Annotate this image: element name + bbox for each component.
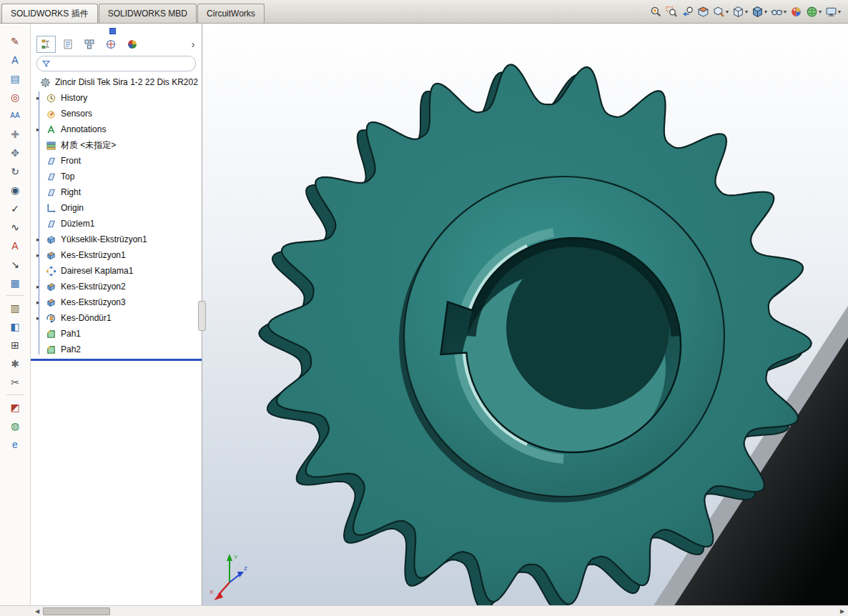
trim-scissors-icon[interactable]: ✂ xyxy=(6,373,24,392)
rollback-bar[interactable] xyxy=(31,359,202,361)
chevron-down-icon[interactable]: ▾ xyxy=(819,9,822,15)
expand-arrow-icon[interactable]: ▸ xyxy=(36,283,46,290)
scroll-left-icon[interactable]: ◀ xyxy=(31,608,43,615)
toolbar-separator xyxy=(6,394,24,395)
3d-viewport[interactable]: Y Z X xyxy=(202,24,848,606)
cut-icon xyxy=(46,249,58,261)
sensors-icon xyxy=(46,108,58,119)
tree-item-right[interactable]: Right xyxy=(31,184,202,200)
chevron-down-icon[interactable]: ▾ xyxy=(784,9,787,15)
tree-item-pah2[interactable]: Pah2 xyxy=(31,342,202,357)
origin-icon xyxy=(46,202,58,214)
tree-item-origin[interactable]: Origin xyxy=(31,200,202,216)
tab-solidworks-mbd[interactable]: SOLIDWORKS MBD xyxy=(99,4,197,23)
globe-icon[interactable]: ◍ xyxy=(6,417,24,435)
note-icon[interactable]: ▤ xyxy=(6,69,24,88)
expand-arrow-icon[interactable]: ▸ xyxy=(36,236,46,243)
history-icon xyxy=(46,92,58,104)
displaymanager-tab[interactable] xyxy=(122,36,142,53)
configurationmanager-tab[interactable] xyxy=(79,36,99,53)
move-icon[interactable]: ✥ xyxy=(6,144,24,162)
dimxpertmanager-tab[interactable] xyxy=(101,36,120,53)
annotation-a-icon[interactable]: A xyxy=(6,237,24,255)
expand-arrow-icon[interactable]: ▸ xyxy=(36,314,46,322)
rotate-view-icon[interactable]: ↻ xyxy=(6,162,24,181)
zoom-to-fit-icon xyxy=(650,6,662,18)
display-style-button[interactable]: ▾ xyxy=(750,3,769,20)
tree-item-d-zlem1[interactable]: Düzlem1 xyxy=(31,216,202,232)
balloon-icon[interactable]: ◎ xyxy=(6,88,24,106)
crosshair-icon[interactable]: ✚ xyxy=(6,125,24,144)
tree-item-y-kseklik-ekstr-zyon1[interactable]: ▸Yükseklik-Ekstrüzyon1 xyxy=(31,232,202,247)
tree-item-item[interactable]: 材质 <未指定> xyxy=(31,137,202,153)
zoom-previous-button[interactable] xyxy=(680,3,695,20)
chevron-down-icon[interactable]: ▾ xyxy=(745,9,748,15)
text-format-icon[interactable]: A xyxy=(6,51,24,69)
tree-item-label: Origin xyxy=(61,203,84,213)
tree-item-kes-ekstr-zyon3[interactable]: ▸Kes-Ekstrüzyon3 xyxy=(31,294,202,310)
expand-arrow-icon[interactable]: ▸ xyxy=(36,94,46,101)
check-icon[interactable]: ✓ xyxy=(6,199,24,218)
table-grid-icon[interactable]: ▦ xyxy=(6,274,24,292)
panel-splitter[interactable] xyxy=(198,301,206,331)
edit-appearance-button[interactable] xyxy=(789,3,804,20)
plane-icon xyxy=(46,218,58,229)
dimension-grid-icon[interactable]: ⊞ xyxy=(6,336,24,354)
eye-icon[interactable]: ◉ xyxy=(6,181,24,199)
featuremanager-tab[interactable] xyxy=(36,36,56,53)
tree-item-kes-ekstr-zyon2[interactable]: ▸Kes-Ekstrüzyon2 xyxy=(31,279,202,294)
panel-expand-chevron-icon[interactable]: › xyxy=(187,39,199,50)
tree-item-kes-ekstr-zyon1[interactable]: ▸Kes-Ekstrüzyon1 xyxy=(31,247,202,263)
3d-drawing-view-button[interactable]: ▾ xyxy=(711,3,730,20)
scrollbar-thumb[interactable] xyxy=(43,607,110,615)
chevron-down-icon[interactable]: ▾ xyxy=(838,9,841,15)
view-settings-button[interactable]: ▾ xyxy=(824,3,842,20)
arrow-icon[interactable]: ↘ xyxy=(6,255,24,274)
y-axis-icon xyxy=(227,554,232,561)
expand-arrow-icon[interactable]: ▸ xyxy=(36,299,46,306)
tree-item-dairesel-kaplama1[interactable]: Dairesel Kaplama1 xyxy=(31,263,202,279)
zoom-to-fit-button[interactable] xyxy=(649,3,664,20)
scrollbar-corner xyxy=(0,606,31,616)
scroll-right-icon[interactable]: ▶ xyxy=(837,608,848,615)
annotations-icon xyxy=(46,124,58,135)
tree-item-sensors[interactable]: Sensors xyxy=(31,106,202,121)
feature-tree-filter-input[interactable] xyxy=(54,59,191,69)
double-a-icon[interactable]: AA xyxy=(6,106,24,125)
commandmanager-tabs: SOLIDWORKS 插件SOLIDWORKS MBDCircuitWorks xyxy=(1,4,265,23)
chevron-down-icon[interactable]: ▾ xyxy=(764,9,767,15)
toolbar-separator xyxy=(6,295,24,296)
tree-item-pah1[interactable]: Pah1 xyxy=(31,326,202,342)
part-icon xyxy=(40,76,52,88)
expand-arrow-icon[interactable]: ▸ xyxy=(36,126,46,133)
panel-pin-icon[interactable] xyxy=(109,28,116,34)
tab-circuitworks[interactable]: CircuitWorks xyxy=(197,4,265,23)
cube-view-icon[interactable]: ◧ xyxy=(6,317,24,336)
expand-arrow-icon[interactable]: ▸ xyxy=(36,252,46,259)
solidworks-window: SOLIDWORKS 插件SOLIDWORKS MBDCircuitWorks … xyxy=(0,0,848,616)
view-orientation-button[interactable]: ▾ xyxy=(731,3,749,20)
ie-browser-icon[interactable]: e xyxy=(6,435,24,454)
gear-tool-icon[interactable]: ✱ xyxy=(6,354,24,373)
hide-show-items-button[interactable]: ▾ xyxy=(769,3,788,20)
chevron-down-icon[interactable]: ▾ xyxy=(726,9,729,15)
scrollbar-track[interactable] xyxy=(43,606,837,616)
section-view-button[interactable] xyxy=(696,3,711,20)
markup-pen-icon[interactable]: ✎ xyxy=(6,32,24,51)
tree-item-top[interactable]: Top xyxy=(31,169,202,184)
propertymanager-tab[interactable] xyxy=(58,36,77,53)
color-swatch-icon[interactable]: ◩ xyxy=(6,398,24,417)
tree-item-zincir-disli-tek-sira-1-2-22-dis-kr202[interactable]: Zincir Disli Tek Sira 1-2 22 Dis KR202 xyxy=(31,74,202,90)
bom-table-icon[interactable]: ▥ xyxy=(6,299,24,317)
tree-item-label: Dairesel Kaplama1 xyxy=(61,266,133,276)
reference-triad: Y Z X xyxy=(208,548,251,602)
apply-scene-button[interactable]: ▾ xyxy=(804,3,823,20)
tree-item-history[interactable]: ▸History xyxy=(31,90,202,106)
tree-item-kes-d-nd-r1[interactable]: ▸Kes-Döndür1 xyxy=(31,310,202,326)
tree-item-front[interactable]: Front xyxy=(31,153,202,169)
spline-icon[interactable]: ∿ xyxy=(6,218,24,237)
left-toolbar: ✎A▤◎AA✚✥↻◉✓∿A↘▦▥◧⊞✱✂◩◍e xyxy=(0,24,31,606)
zoom-to-area-button[interactable] xyxy=(664,3,679,20)
tab-solidworks[interactable]: SOLIDWORKS 插件 xyxy=(1,4,98,23)
tree-item-annotations[interactable]: ▸Annotations xyxy=(31,121,202,137)
